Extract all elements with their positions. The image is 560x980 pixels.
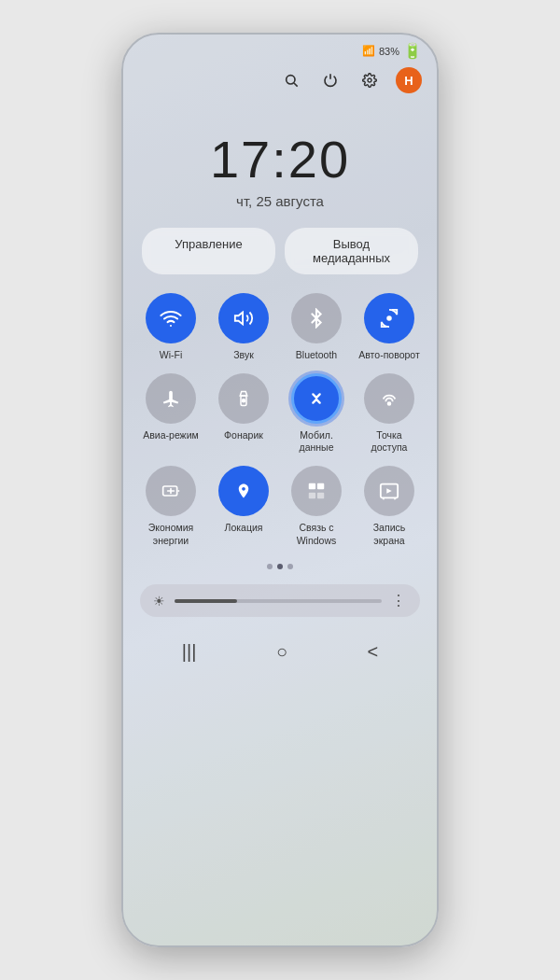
svg-line-1: [294, 83, 298, 87]
page-dot-3: [287, 564, 293, 569]
autorotate-icon: [364, 293, 414, 343]
search-button[interactable]: [278, 67, 304, 93]
tile-hotspot[interactable]: Точка доступа: [358, 373, 420, 455]
phone-frame: 📶 83% 🔋 H 17:20 чт, 25 августа Управлени…: [121, 33, 439, 947]
windows-icon: [291, 466, 342, 516]
page-dots: [123, 564, 437, 569]
screenrecord-icon: [364, 466, 414, 516]
bluetooth-icon: [291, 293, 342, 343]
tile-flashlight[interactable]: Фонарик: [213, 373, 274, 455]
svg-rect-9: [309, 483, 315, 489]
windows-label: Связь с Windows: [286, 522, 347, 547]
brightness-track[interactable]: [175, 599, 382, 603]
signal-icon: 📶: [362, 45, 375, 57]
clock-date: чт, 25 августа: [123, 193, 437, 209]
battery-icon: 🔋: [403, 42, 422, 60]
airplane-label: Авиа-режим: [143, 429, 198, 442]
brightness-icon: ☀: [153, 594, 165, 609]
battery-status: 83%: [379, 46, 399, 57]
tile-battery[interactable]: Экономия энергии: [140, 466, 202, 547]
brightness-menu-icon[interactable]: ⋮: [391, 592, 407, 609]
media-output-button[interactable]: Вывод медиаданных: [285, 228, 418, 274]
autorotate-label: Авто-поворот: [358, 349, 419, 362]
screenrecord-label: Запись экрана: [358, 522, 420, 547]
settings-button[interactable]: [357, 67, 383, 93]
page-dot-1: [267, 564, 273, 569]
tile-windows[interactable]: Связь с Windows: [286, 466, 347, 547]
svg-point-7: [388, 402, 391, 405]
wifi-icon: [146, 293, 196, 343]
airplane-icon: [146, 373, 196, 424]
svg-point-4: [387, 316, 391, 320]
tile-screenrecord[interactable]: Запись экрана: [358, 466, 420, 547]
sound-label: Звук: [233, 349, 254, 362]
flashlight-icon: [218, 373, 269, 424]
quick-tiles-grid: Wi-Fi Звук Bluetooth Ав: [123, 293, 437, 547]
svg-rect-11: [309, 493, 315, 498]
tile-autorotate[interactable]: Авто-поворот: [358, 293, 420, 362]
tile-wifi[interactable]: Wi-Fi: [140, 293, 202, 362]
hotspot-label: Точка доступа: [358, 429, 420, 455]
battery-label: Экономия энергии: [140, 522, 202, 547]
top-icons-bar: H: [123, 63, 437, 101]
sound-icon: [218, 293, 269, 343]
nav-bar: ||| ○ <: [123, 624, 437, 681]
nav-back-button[interactable]: <: [353, 637, 394, 666]
page-dot-2: [277, 564, 283, 569]
clock-area: 17:20 чт, 25 августа: [123, 101, 437, 228]
hotspot-icon: [364, 373, 414, 424]
tile-airplane[interactable]: Авиа-режим: [140, 373, 202, 455]
tile-bluetooth[interactable]: Bluetooth: [286, 293, 347, 362]
nav-home-button[interactable]: ○: [261, 637, 302, 666]
svg-point-2: [368, 78, 371, 82]
mobiledata-label: Мобил. данные: [286, 429, 347, 455]
tile-sound[interactable]: Звук: [213, 293, 274, 362]
user-avatar-button[interactable]: H: [396, 67, 422, 93]
tile-location[interactable]: Локация: [213, 466, 274, 547]
svg-rect-12: [317, 493, 324, 498]
location-label: Локация: [225, 522, 263, 535]
battery-saver-icon: [146, 466, 196, 516]
clock-time: 17:20: [123, 129, 437, 189]
bluetooth-label: Bluetooth: [296, 349, 337, 362]
flashlight-label: Фонарик: [224, 429, 263, 442]
brightness-fill: [175, 599, 237, 603]
nav-menu-button[interactable]: |||: [167, 637, 212, 666]
manage-button[interactable]: Управление: [142, 228, 275, 274]
wifi-label: Wi-Fi: [160, 349, 183, 362]
svg-point-6: [243, 399, 245, 401]
location-icon: [218, 466, 269, 516]
power-button[interactable]: [317, 67, 343, 93]
tile-mobiledata[interactable]: Мобил. данные: [286, 373, 347, 455]
svg-point-0: [287, 76, 295, 84]
svg-marker-3: [235, 313, 243, 325]
status-bar: 📶 83% 🔋: [123, 35, 437, 63]
brightness-bar[interactable]: ☀ ⋮: [140, 584, 420, 617]
svg-rect-10: [317, 483, 324, 489]
mobiledata-icon: [291, 373, 342, 424]
control-buttons: Управление Вывод медиаданных: [123, 228, 437, 293]
